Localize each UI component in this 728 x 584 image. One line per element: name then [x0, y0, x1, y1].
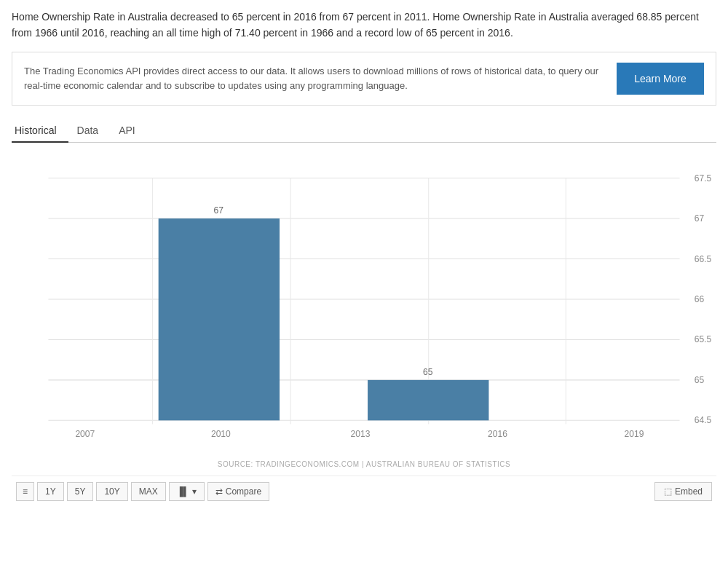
tab-historical[interactable]: Historical — [12, 119, 68, 142]
svg-text:64.5: 64.5 — [695, 415, 712, 425]
svg-text:2013: 2013 — [351, 428, 371, 438]
tabs-container: Historical Data API — [12, 119, 716, 143]
bar-2010 — [159, 218, 280, 420]
filter-button[interactable]: ≡ — [16, 482, 34, 501]
svg-text:67: 67 — [695, 213, 705, 224]
btn-compare[interactable]: ⇄ Compare — [207, 482, 269, 501]
chart-type-icon: ▐▌ — [177, 486, 189, 497]
svg-text:65.5: 65.5 — [695, 334, 712, 344]
learn-more-button[interactable]: Learn More — [617, 63, 704, 95]
svg-text:65: 65 — [695, 375, 705, 385]
chart-source: SOURCE: TRADINGECONOMICS.COM | AUSTRALIA… — [12, 460, 716, 468]
tab-api[interactable]: API — [116, 119, 147, 142]
svg-text:65: 65 — [423, 367, 433, 377]
bar-chart: 67 65 2007 2010 2013 2016 2019 67.5 67 6… — [12, 150, 716, 456]
embed-icon: ⬚ — [664, 486, 672, 497]
chart-toolbar: ≡ 1Y 5Y 10Y MAX ▐▌ ▾ ⇄ Compare ⬚ Embed — [12, 476, 716, 507]
svg-text:66: 66 — [695, 294, 705, 304]
svg-text:67.5: 67.5 — [695, 173, 712, 183]
btn-max[interactable]: MAX — [131, 482, 166, 501]
filter-icon: ≡ — [23, 486, 28, 497]
svg-text:2010: 2010 — [211, 428, 231, 438]
btn-1y[interactable]: 1Y — [37, 482, 64, 501]
svg-text:67: 67 — [214, 205, 224, 216]
description-text: Home Ownership Rate in Australia decreas… — [12, 9, 716, 42]
svg-text:2007: 2007 — [75, 428, 95, 438]
bar-2016 — [368, 380, 488, 420]
chart-type-arrow: ▾ — [192, 486, 197, 497]
embed-button[interactable]: ⬚ Embed — [654, 482, 712, 501]
main-container: Home Ownership Rate in Australia decreas… — [0, 0, 728, 516]
api-banner: The Trading Economics API provides direc… — [12, 52, 716, 106]
svg-text:2016: 2016 — [488, 428, 507, 438]
tab-data[interactable]: Data — [74, 119, 111, 142]
compare-icon: ⇄ — [215, 486, 223, 497]
btn-chart-type[interactable]: ▐▌ ▾ — [169, 482, 205, 501]
svg-text:66.5: 66.5 — [695, 253, 712, 264]
svg-text:2019: 2019 — [625, 428, 644, 438]
btn-10y[interactable]: 10Y — [96, 482, 127, 501]
chart-area: 67 65 2007 2010 2013 2016 2019 67.5 67 6… — [12, 150, 716, 456]
api-banner-text: The Trading Economics API provides direc… — [24, 64, 602, 93]
btn-5y[interactable]: 5Y — [67, 482, 94, 501]
